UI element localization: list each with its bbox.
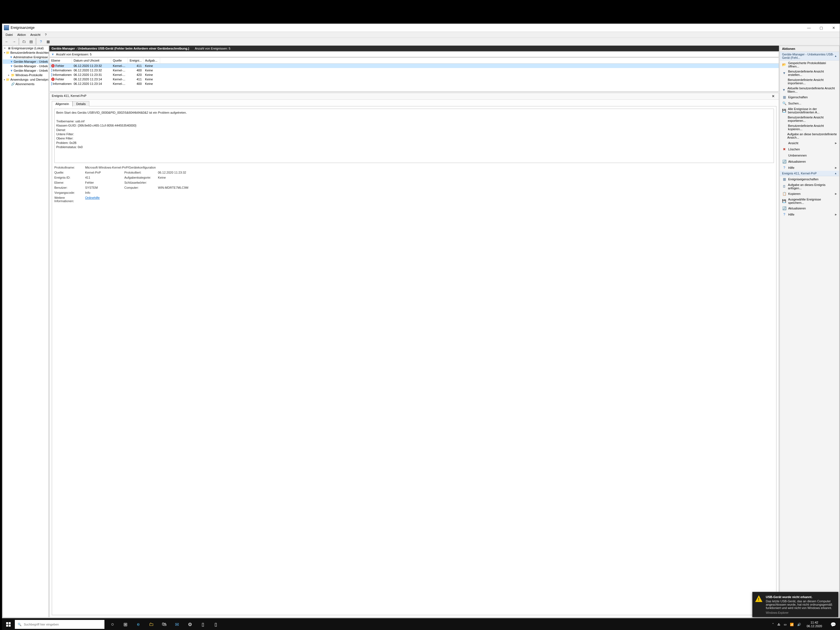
minimize-button[interactable]: — bbox=[803, 24, 815, 32]
expand-icon[interactable]: ▸ bbox=[4, 78, 5, 81]
col-task[interactable]: Aufgab... bbox=[144, 58, 160, 63]
close-button[interactable]: ✕ bbox=[827, 24, 840, 32]
tree-item[interactable]: ▸📁Windows-Protokolle bbox=[3, 73, 49, 77]
action-item[interactable]: 🔄Aktualisieren bbox=[780, 205, 839, 212]
prop-value: 411 bbox=[85, 176, 124, 179]
refresh-button[interactable]: ▦ bbox=[45, 38, 52, 45]
navigation-tree[interactable]: ▾ 🖥 Ereignisanzeige (Lokal) ▾📁Benutzerde… bbox=[3, 46, 49, 618]
col-datetime[interactable]: Datum und Uhrzeit bbox=[72, 58, 111, 63]
action-item[interactable]: ✖Löschen bbox=[780, 146, 839, 152]
store-icon[interactable]: 🛍 bbox=[158, 619, 171, 630]
tree-item[interactable]: ▼Geräte-Manager - Unbek bbox=[3, 64, 49, 68]
maximize-button[interactable]: ▢ bbox=[815, 24, 827, 32]
action-item[interactable]: 🔍Suchen... bbox=[780, 100, 839, 106]
edge-icon[interactable]: e bbox=[132, 619, 145, 630]
tree-item[interactable]: ▾📁Benutzerdefinierte Ansichten bbox=[3, 51, 49, 55]
start-button[interactable] bbox=[2, 619, 15, 630]
table-row[interactable]: iInformationen06.12.2020 11:23:14Kernel-… bbox=[50, 82, 779, 86]
tree-root[interactable]: ▾ 🖥 Ereignisanzeige (Lokal) bbox=[3, 46, 49, 51]
menu-aktion[interactable]: Aktion bbox=[15, 33, 28, 37]
detail-close-button[interactable]: ✕ bbox=[770, 94, 777, 98]
filter-bar: ▼ Anzahl von Ereignissen: 5 bbox=[49, 52, 779, 57]
action-item[interactable]: 🗓Aufgabe an dieses Ereignis anfügen... bbox=[780, 182, 839, 191]
expand-icon[interactable]: ▾ bbox=[4, 51, 5, 54]
action-item[interactable]: Umbenennen bbox=[780, 152, 839, 158]
tree-item[interactable]: ▼Administrative Ereignisse bbox=[3, 55, 49, 59]
show-tree-button[interactable]: 🗀 bbox=[21, 38, 27, 45]
battery-icon[interactable]: ▭ bbox=[784, 623, 786, 626]
action-label: Benutzerdefinierte Ansicht erstellen... bbox=[788, 70, 837, 76]
col-source[interactable]: Quelle bbox=[111, 58, 128, 63]
action-item[interactable]: 🔄Aktualisieren bbox=[780, 158, 839, 165]
cell-datetime: 06.12.2020 11:23:31 bbox=[72, 73, 111, 77]
system-tray[interactable]: ˄ 🖧 ▭ 📶 🔊 11:42 06.12.2020 💬 bbox=[772, 619, 840, 630]
collapse-icon[interactable]: ▲ bbox=[834, 55, 837, 57]
taskbar-search[interactable]: 🔍 Suchbegriff hier eingeben bbox=[15, 620, 104, 629]
expand-icon[interactable]: ▸ bbox=[7, 74, 10, 77]
action-item[interactable]: ▼Benutzerdefinierte Ansicht erstellen... bbox=[780, 69, 839, 77]
table-row[interactable]: iInformationen06.12.2020 11:23:32Kernel-… bbox=[50, 68, 779, 73]
action-item[interactable]: Benutzerdefinierte Ansicht exportieren..… bbox=[780, 115, 839, 123]
action-item[interactable]: 💾Alle Ereignisse in der benutzerdefinier… bbox=[780, 106, 839, 115]
col-level[interactable]: Ebene bbox=[50, 58, 72, 63]
col-eventid[interactable]: Ereigni... bbox=[128, 58, 144, 63]
volume-icon[interactable]: 🔊 bbox=[797, 623, 801, 626]
action-item[interactable]: ▦Ereigniseigenschaften bbox=[780, 176, 839, 182]
table-row[interactable]: !Fehler06.12.2020 11:23:32Kernel-...411K… bbox=[50, 63, 779, 68]
taskbar[interactable]: 🔍 Suchbegriff hier eingeben ○ ⊞ e 🗀 🛍 ✉ … bbox=[2, 619, 840, 630]
tree-item-icon: ▼ bbox=[10, 69, 13, 73]
clock-time: 11:42 bbox=[807, 621, 822, 624]
action-item[interactable]: Benutzerdefinierte Ansicht importieren..… bbox=[780, 77, 839, 86]
mail-icon[interactable]: ✉ bbox=[171, 619, 183, 630]
network-icon[interactable]: 🖧 bbox=[777, 623, 780, 626]
action-item[interactable]: ?Hilfe▶ bbox=[780, 212, 839, 218]
table-row[interactable]: iInformationen06.12.2020 11:23:31Kernel-… bbox=[50, 73, 779, 77]
action-item[interactable]: Ansicht▶ bbox=[780, 140, 839, 146]
action-label: Hilfe bbox=[788, 166, 794, 169]
tree-item[interactable]: ▸📁Anwendungs- und Dienstpro bbox=[3, 77, 49, 82]
file-explorer-icon[interactable]: 🗀 bbox=[145, 619, 158, 630]
table-header[interactable]: Ebene Datum und Uhrzeit Quelle Ereigni..… bbox=[50, 58, 779, 63]
taskbar-app-icon[interactable]: ▯ bbox=[209, 619, 222, 630]
menu-datei[interactable]: Datei bbox=[3, 33, 15, 37]
event-table[interactable]: Ebene Datum und Uhrzeit Quelle Ereigni..… bbox=[49, 57, 779, 92]
task-view-button[interactable]: ⊞ bbox=[119, 619, 132, 630]
action-item[interactable]: Aufgabe an diese benutzerdefinierte Ansi… bbox=[780, 132, 839, 140]
taskbar-clock[interactable]: 11:42 06.12.2020 bbox=[804, 621, 824, 628]
menu-ansicht[interactable]: Ansicht bbox=[28, 33, 43, 37]
event-message[interactable]: Beim Start des Geräts USB\VID_0000&PID_0… bbox=[54, 109, 774, 163]
cortana-button[interactable]: ○ bbox=[106, 619, 119, 630]
action-item[interactable]: 📂Gespeicherte Protokolldatei öffnen... bbox=[780, 60, 839, 69]
table-row[interactable]: !Fehler06.12.2020 11:23:14Kernel-...411K… bbox=[50, 77, 779, 82]
online-help-link[interactable]: Onlinehilfe bbox=[85, 196, 99, 199]
help-button[interactable]: ? bbox=[38, 38, 44, 45]
collapse-icon[interactable]: ▲ bbox=[834, 172, 837, 175]
action-group-header[interactable]: Geräte-Manager - Unbekanntes USB-Gerät (… bbox=[780, 52, 839, 60]
action-item[interactable]: ?Hilfe▶ bbox=[780, 165, 839, 171]
action-center-button[interactable]: 💬 bbox=[828, 619, 839, 630]
back-button[interactable]: ← bbox=[3, 38, 10, 45]
action-item[interactable]: ▦Eigenschaften bbox=[780, 94, 839, 100]
forward-button[interactable]: → bbox=[11, 38, 17, 45]
taskbar-app-icon[interactable]: ▯ bbox=[196, 619, 209, 630]
expand-icon[interactable]: ▾ bbox=[3, 47, 6, 50]
prop-label: Vorgangscode: bbox=[54, 191, 85, 194]
titlebar[interactable]: Ereignisanzeige — ▢ ✕ bbox=[2, 24, 840, 32]
tree-item[interactable]: ▼Geräte-Manager - Unbek bbox=[3, 68, 49, 73]
action-group-header[interactable]: Ereignis 411, Kernel-PnP ▲ bbox=[780, 171, 839, 176]
tab-details[interactable]: Details bbox=[73, 101, 89, 106]
tray-chevron-icon[interactable]: ˄ bbox=[772, 623, 774, 626]
action-item[interactable]: 📋Kopieren▶ bbox=[780, 191, 839, 197]
action-item[interactable]: ▼Aktuelle benutzerdefinierte Ansicht fil… bbox=[780, 86, 839, 94]
tab-allgemein[interactable]: Allgemein bbox=[52, 101, 73, 106]
wifi-icon[interactable]: 📶 bbox=[790, 623, 794, 626]
usb-notification-toast[interactable]: USB-Gerät wurde nicht erkannt. Das letzt… bbox=[752, 592, 838, 617]
taskbar-app-icon[interactable]: ⚙ bbox=[183, 619, 196, 630]
cell-id: 420 bbox=[128, 73, 144, 77]
tree-item[interactable]: ▼Geräte-Manager - Unbek bbox=[3, 59, 49, 64]
action-item[interactable]: Benutzerdefinierte Ansicht kopieren... bbox=[780, 123, 839, 132]
filter-button[interactable]: ▤ bbox=[28, 38, 35, 45]
menu-help[interactable]: ? bbox=[43, 33, 49, 37]
action-item[interactable]: 💾Ausgewählte Ereignisse speichern... bbox=[780, 197, 839, 205]
tree-item[interactable]: 🔗Abonnements bbox=[3, 82, 49, 86]
